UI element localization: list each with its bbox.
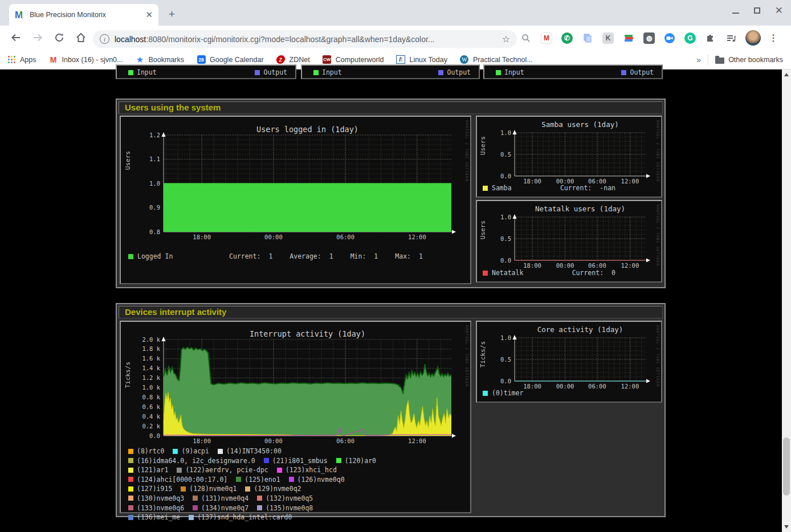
reload-icon[interactable] — [51, 30, 67, 46]
page-info-icon[interactable]: i — [100, 34, 109, 44]
legend-swatch — [177, 468, 182, 473]
home-icon[interactable] — [73, 30, 89, 46]
legend-item: (135)nvme0q8 — [257, 504, 313, 512]
kagi-extension-icon[interactable]: K — [602, 32, 614, 44]
svg-text:12:00: 12:00 — [408, 234, 426, 240]
svg-text:06:00: 06:00 — [336, 234, 354, 240]
browser-menu-icon[interactable]: ⋮ — [769, 32, 778, 43]
legend-swatch — [483, 271, 488, 276]
playlist-extension-icon[interactable] — [725, 32, 737, 44]
other-bookmarks[interactable]: Other bookmarks — [715, 56, 783, 64]
copy-pages-extension-icon[interactable] — [581, 32, 594, 44]
svg-text:0.8: 0.8 — [149, 228, 160, 235]
output-legend-swatch — [438, 70, 443, 75]
extensions-puzzle-icon[interactable] — [704, 32, 717, 44]
y-axis-label: Users — [479, 136, 487, 155]
bookmark-apps[interactable]: Apps — [8, 56, 36, 64]
url-text[interactable]: localhost:8080/monitorix-cgi/monitorix.c… — [115, 35, 498, 44]
rrdtool-watermark: RRDTOOL / TOBI OETIKER — [464, 120, 469, 182]
rrdtool-watermark: RRDTOOL / TOBI OETIKER — [655, 120, 660, 182]
y-axis-label: Ticks/s — [479, 341, 487, 367]
svg-text:0.8 k: 0.8 k — [142, 394, 160, 400]
profile-avatar[interactable] — [745, 30, 761, 46]
legend-item: (134)nvme0q7 — [193, 504, 248, 512]
svg-text:1.4 k: 1.4 k — [142, 365, 160, 371]
legend-item: Samba — [483, 184, 512, 192]
bookmarks-divider — [708, 55, 708, 65]
bookmark-computerworld[interactable]: CW Computerworld — [323, 55, 384, 64]
samba-users-graph[interactable]: 18:0000:0006:0012:000.00.51.0Samba users… — [476, 116, 662, 198]
svg-text:1.1: 1.1 — [149, 155, 160, 162]
reader-extension-icon[interactable]: ◍ — [643, 32, 655, 44]
search-extension-icon[interactable] — [520, 32, 532, 44]
svg-text:18:00: 18:00 — [193, 234, 211, 240]
legend-swatch — [128, 458, 133, 463]
new-tab-button[interactable]: + — [169, 8, 175, 21]
legend-item: (129)nvme0q2 — [245, 485, 301, 493]
svg-text:Samba users (1day): Samba users (1day) — [541, 120, 618, 129]
legend-item: (126)nvme0q0 — [289, 476, 345, 484]
tab-title: Blue Precision Monitorix — [30, 11, 142, 19]
browser-tab[interactable]: M Blue Precision Monitorix ✕ — [9, 4, 158, 26]
svg-text:1.2 k: 1.2 k — [142, 374, 160, 381]
bookmarks-overflow-chevron[interactable]: » — [696, 55, 701, 64]
partial-graph-panel[interactable]: Input Output — [301, 64, 480, 79]
back-icon[interactable] — [8, 30, 24, 46]
bookmark-google-calendar[interactable]: 28 Google Calendar — [197, 55, 264, 64]
minimize-icon[interactable] — [732, 13, 739, 14]
partial-graph-panel[interactable]: Input Output — [483, 64, 663, 79]
legend-stat: Max:1 — [395, 252, 423, 260]
scroll-up-icon[interactable] — [784, 73, 789, 76]
section-title-interrupts: Devices interrupt activity — [119, 306, 663, 318]
legend-stat: Current:1 — [229, 252, 272, 260]
gmail-extension-icon[interactable]: M — [540, 32, 553, 44]
bookmark-practical-technology[interactable]: W Practical Technol... — [460, 55, 533, 64]
bookmark-bookmarks[interactable]: ★ Bookmarks — [136, 55, 185, 64]
svg-text:0.9: 0.9 — [149, 204, 160, 211]
monitorix-favicon: M — [15, 10, 25, 20]
svg-text:1.0: 1.0 — [500, 334, 511, 341]
svg-text:12:00: 12:00 — [408, 437, 426, 444]
y-axis-label: Users — [479, 220, 487, 239]
legend-swatch — [336, 458, 341, 463]
bookmark-inbox[interactable]: M Inbox (16) - sjvn0... — [49, 55, 123, 64]
input-legend-swatch — [313, 70, 319, 75]
gmail-icon: M — [49, 55, 58, 64]
interrupt-activity-graph[interactable]: 18:0000:0006:0012:000.00.2 k0.4 k0.6 k0.… — [120, 321, 471, 513]
svg-text:1.2: 1.2 — [149, 132, 160, 138]
voice-extension-icon[interactable]: ✆ — [561, 32, 573, 44]
books-extension-icon[interactable] — [622, 32, 635, 44]
bookmark-linux-today[interactable]: /t Linux Today — [396, 55, 447, 64]
users-logged-in-graph[interactable]: 18:0000:0006:0012:000.80.91.01.11.2Users… — [120, 116, 471, 284]
address-bar[interactable]: i localhost:8080/monitorix-cgi/monitorix… — [93, 30, 517, 48]
legend-swatch — [193, 505, 198, 510]
chart-legend: (8)rtc0(9)acpi(14)INT3450:00(16)idma64.0… — [128, 447, 467, 523]
close-window-icon[interactable]: ✕ — [775, 7, 783, 14]
tab-close-icon[interactable]: ✕ — [145, 10, 153, 20]
legend-item: (124)ahci[0000:00:17.0] — [128, 476, 227, 484]
grammarly-extension-icon[interactable]: G — [684, 32, 696, 44]
netatalk-users-graph[interactable]: 18:0000:0006:0012:000.00.51.0Netatalk us… — [476, 200, 662, 283]
bookmark-star-icon[interactable]: ☆ — [502, 34, 510, 44]
scrollbar-thumb[interactable] — [783, 437, 790, 496]
maximize-icon[interactable] — [754, 7, 760, 14]
svg-text:1.8 k: 1.8 k — [142, 345, 160, 352]
core-activity-graph[interactable]: 18:0000:0006:0012:000.00.51.0Core activi… — [476, 321, 662, 403]
zoom-extension-icon[interactable] — [663, 32, 676, 44]
svg-text:06:00: 06:00 — [336, 437, 354, 444]
partial-graph-panel[interactable]: Input Output — [116, 64, 296, 79]
scroll-down-icon[interactable] — [784, 525, 789, 529]
svg-text:0.0: 0.0 — [500, 378, 511, 384]
rrdtool-watermark: RRDTOOL / TOBI OETIKER — [655, 325, 660, 387]
calendar-icon: 28 — [197, 55, 206, 64]
chart-legend: (0)timer — [483, 389, 657, 397]
svg-text:1.0: 1.0 — [500, 129, 511, 136]
bookmark-zdnet[interactable]: Z ZDNet — [276, 55, 310, 64]
svg-text:2.0 k: 2.0 k — [142, 336, 160, 343]
y-axis-label: Users — [124, 151, 132, 170]
legend-stat: Average:1 — [290, 252, 333, 260]
legend-swatch — [257, 496, 262, 501]
legend-item: (16)idma64.0, i2c_designware.0 — [128, 457, 255, 465]
forward-icon[interactable] — [30, 30, 46, 46]
page-scrollbar[interactable] — [782, 69, 791, 532]
